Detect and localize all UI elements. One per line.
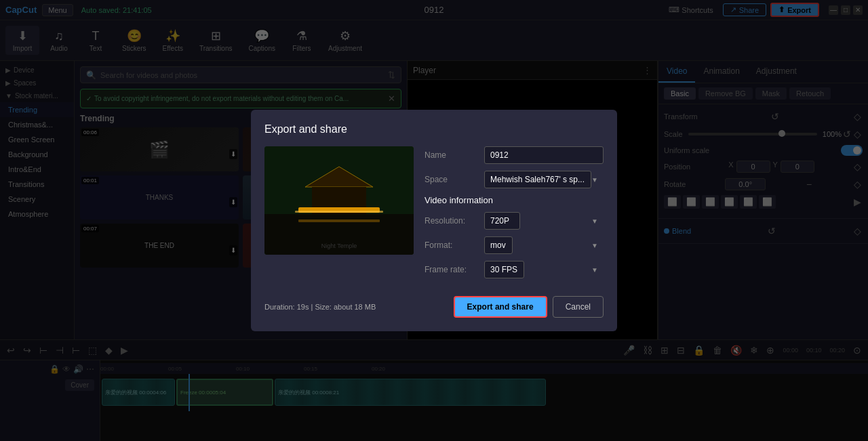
- modal-actions: Export and share Cancel: [454, 296, 604, 318]
- space-select-wrapper: Mehwish Saleh767' s sp... ▼: [484, 171, 604, 188]
- modal-form: Name Space Mehwish Saleh767' s sp... ▼ V…: [425, 146, 604, 285]
- space-select[interactable]: Mehwish Saleh767' s sp...: [484, 171, 591, 188]
- export-share-button[interactable]: Export and share: [454, 296, 547, 318]
- svg-rect-5: [295, 211, 383, 213]
- cancel-button[interactable]: Cancel: [553, 296, 604, 318]
- framerate-arrow-icon: ▼: [591, 266, 598, 274]
- modal-overlay: Export and share: [0, 0, 868, 441]
- select-arrow-icon: ▼: [591, 176, 598, 184]
- video-info-title: Video information: [425, 195, 604, 205]
- format-select[interactable]: mov mp4: [484, 236, 513, 254]
- duration-text: Duration: 19s | Size: about 18 MB: [264, 303, 376, 311]
- modal-title: Export and share: [264, 123, 604, 135]
- framerate-row: Frame rate: 30 FPS 24 FPS 60 FPS ▼: [425, 261, 604, 278]
- resolution-arrow-icon: ▼: [591, 217, 598, 225]
- name-label: Name: [425, 150, 479, 160]
- modal-preview: Night Temple: [264, 146, 414, 255]
- format-label: Format:: [425, 240, 479, 250]
- name-input[interactable]: [484, 146, 604, 164]
- framerate-label: Frame rate:: [425, 265, 479, 274]
- svg-rect-6: [298, 219, 380, 222]
- name-row: Name: [425, 146, 604, 164]
- modal-footer: Duration: 19s | Size: about 18 MB Export…: [264, 296, 604, 318]
- resolution-label: Resolution:: [425, 216, 479, 226]
- resolution-select-wrapper: 720P 1080P 4K ▼: [484, 212, 604, 230]
- modal-body: Night Temple Name Space Mehwish Saleh767…: [264, 146, 604, 285]
- framerate-select[interactable]: 30 FPS 24 FPS 60 FPS: [484, 261, 524, 278]
- format-select-wrapper: mov mp4 ▼: [484, 236, 604, 254]
- preview-image: Night Temple: [264, 146, 414, 255]
- svg-text:Night Temple: Night Temple: [321, 243, 357, 249]
- export-modal: Export and share: [251, 110, 617, 331]
- format-row: Format: mov mp4 ▼: [425, 236, 604, 254]
- space-label: Space: [425, 175, 479, 184]
- framerate-select-wrapper: 30 FPS 24 FPS 60 FPS ▼: [484, 261, 604, 278]
- resolution-row: Resolution: 720P 1080P 4K ▼: [425, 212, 604, 230]
- resolution-select[interactable]: 720P 1080P 4K: [484, 212, 520, 230]
- space-row: Space Mehwish Saleh767' s sp... ▼: [425, 171, 604, 188]
- format-arrow-icon: ▼: [591, 242, 598, 249]
